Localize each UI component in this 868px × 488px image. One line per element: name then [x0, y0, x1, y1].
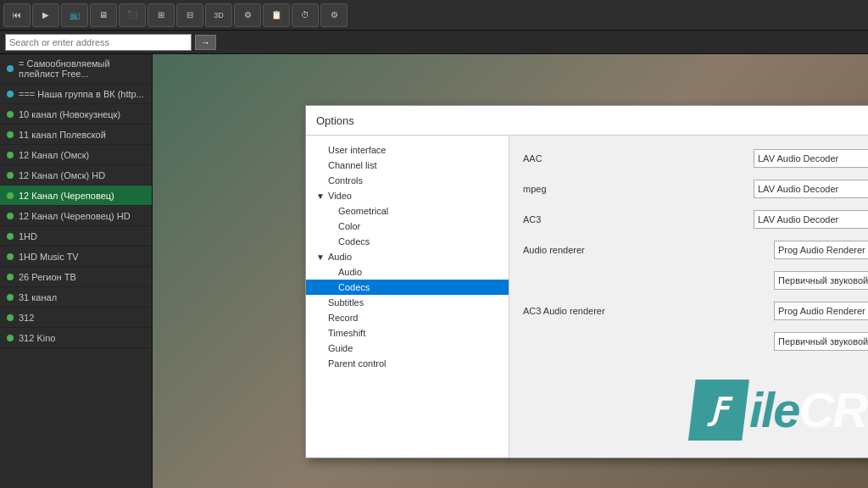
options-tree: User interface Channel list Controls ▼ — [306, 136, 509, 458]
tree-item-audio-codecs[interactable]: Codecs — [306, 280, 509, 295]
mpeg-decoder-dropdown[interactable]: LAV Audio Decoder — [754, 180, 868, 198]
sidebar-item-label: 312 — [19, 313, 34, 323]
ac3-renderer-sub-dropdown[interactable]: Первичный звуковой драйвер — [774, 332, 868, 351]
tree-item-label: Timeshift — [328, 328, 365, 338]
tree-item-audio-audio[interactable]: Audio — [306, 264, 509, 280]
toolbar-btn-10[interactable]: 📋 — [263, 3, 290, 27]
search-input[interactable] — [5, 34, 192, 51]
tree-item-controls[interactable]: Controls — [306, 173, 509, 188]
watermark-box-text: Ƒ — [709, 392, 727, 428]
tree-item-channel-list[interactable]: Channel list — [306, 158, 509, 173]
addressbar-go-button[interactable]: → — [195, 35, 216, 50]
tree-item-label: Geometrical — [338, 206, 388, 216]
ac3-audio-renderer-row: AC3 Audio renderer Prog Audio Renderer — [523, 302, 868, 320]
status-dot — [7, 65, 14, 72]
tree-item-label: Codecs — [338, 236, 370, 247]
ac3-renderer-sub-dropdown-wrapper: Первичный звуковой драйвер — [774, 332, 868, 351]
sidebar-item-label: === Наша группа в ВК (http... — [19, 89, 144, 99]
status-dot — [7, 192, 14, 199]
sidebar-item-26[interactable]: 26 Регион ТВ — [0, 267, 152, 287]
audio-renderer-sub-row: Первичный звуковой драйвер — [523, 271, 868, 290]
audio-renderer-row: Audio renderer Prog Audio Renderer — [523, 241, 868, 259]
sidebar-item-label: 11 канал Полевской — [19, 130, 106, 140]
tree-item-video[interactable]: ▼ Video — [306, 188, 509, 203]
audio-renderer-dropdown-wrapper: Prog Audio Renderer — [774, 241, 868, 259]
aac-decoder-dropdown[interactable]: LAV Audio Decoder — [754, 149, 868, 168]
dialog-body: User interface Channel list Controls ▼ — [306, 136, 868, 458]
video-area: Options — □ ✕ User interface — [153, 54, 868, 488]
dialog-title: Options — [316, 114, 354, 127]
status-dot — [7, 274, 14, 280]
tree-item-user-interface[interactable]: User interface — [306, 142, 509, 158]
tree-item-label: Video — [328, 191, 352, 201]
sidebar-item-label: 10 канал (Новокузнецк) — [19, 109, 120, 119]
ac3-row: AC3 LAV Audio Decoder — [523, 210, 868, 229]
toolbar-btn-4[interactable]: 🖥 — [90, 3, 117, 27]
sidebar-item-label: 312 Kino — [19, 333, 55, 343]
tree-item-timeshift[interactable]: Timeshift — [306, 325, 509, 341]
status-dot — [7, 172, 14, 179]
tree-item-record[interactable]: Record — [306, 310, 509, 325]
toolbar-btn-5[interactable]: ⬛ — [119, 3, 146, 27]
dialog-titlebar: Options — □ ✕ — [306, 106, 868, 136]
tree-item-geometrical[interactable]: Geometrical — [306, 203, 509, 219]
ac3-renderer-dropdown[interactable]: Prog Audio Renderer — [774, 302, 868, 320]
sidebar-item-group[interactable]: === Наша группа в ВК (http... — [0, 84, 152, 104]
sidebar-item-playlist[interactable]: = Самообновляемый плейлист Free... — [0, 54, 152, 84]
status-dot — [7, 253, 14, 260]
toolbar-btn-11[interactable]: ⏱ — [292, 3, 319, 27]
aac-dropdown-wrapper: LAV Audio Decoder — [754, 149, 868, 168]
mpeg-label: mpeg — [523, 184, 625, 194]
toolbar-btn-3[interactable]: 📺 — [61, 3, 88, 27]
sidebar-item-1hd[interactable]: 1HD — [0, 226, 152, 247]
tree-item-audio[interactable]: ▼ Audio — [306, 249, 509, 264]
addressbar: → — [0, 30, 868, 54]
toolbar-btn-2[interactable]: ▶ — [32, 3, 59, 27]
toolbar: ⏮ ▶ 📺 🖥 ⬛ ⊞ ⊟ 3D ⚙ 📋 ⏱ ⚙ — [0, 0, 868, 30]
tree-item-guide[interactable]: Guide — [306, 341, 509, 356]
sidebar-item-label: 12 Канал (Череповец) — [19, 191, 114, 201]
toolbar-btn-8[interactable]: 3D — [205, 3, 232, 27]
sidebar-item-ch12omsk[interactable]: 12 Канал (Омск) — [0, 145, 152, 165]
dialog-overlay: Options — □ ✕ User interface — [153, 54, 868, 488]
toolbar-btn-7[interactable]: ⊟ — [176, 3, 203, 27]
aac-row: AAC LAV Audio Decoder — [523, 149, 868, 168]
sidebar-item-312[interactable]: 312 — [0, 308, 152, 328]
toolbar-btn-6[interactable]: ⊞ — [147, 3, 175, 27]
sidebar-item-31[interactable]: 31 канал — [0, 287, 152, 308]
sidebar-item-label: 1HD — [19, 231, 37, 241]
expand-icon: ▼ — [316, 252, 325, 262]
sidebar-item-label: 26 Регион ТВ — [19, 272, 76, 282]
ac3-renderer-dropdown-wrapper: Prog Audio Renderer — [774, 302, 868, 320]
watermark: Ƒ ileCR — [688, 380, 866, 441]
sidebar-item-ch12cherHD[interactable]: 12 Канал (Череповец) HD — [0, 206, 152, 226]
ac3-decoder-dropdown[interactable]: LAV Audio Decoder — [754, 210, 868, 229]
status-dot — [7, 111, 14, 118]
sidebar-item-label: = Самообновляемый плейлист Free... — [19, 58, 145, 79]
status-dot — [7, 294, 14, 301]
sidebar-item-ch12cher[interactable]: 12 Канал (Череповец) — [0, 186, 152, 206]
audio-renderer-dropdown[interactable]: Prog Audio Renderer — [774, 241, 868, 259]
ac3-audio-renderer-label: AC3 Audio renderer — [523, 306, 625, 316]
status-dot — [7, 152, 14, 158]
tree-item-label: Channel list — [328, 160, 376, 170]
sidebar-item-312kino[interactable]: 312 Kino — [0, 328, 152, 348]
audio-renderer-label: Audio renderer — [523, 245, 625, 255]
tree-item-subtitles[interactable]: Subtitles — [306, 295, 509, 310]
aac-label: AAC — [523, 153, 625, 164]
tree-item-label: User interface — [328, 145, 386, 155]
sidebar-item-ch10[interactable]: 10 канал (Новокузнецк) — [0, 104, 152, 125]
status-dot — [7, 131, 14, 138]
tree-item-video-codecs[interactable]: Codecs — [306, 234, 509, 249]
audio-renderer-sub-dropdown[interactable]: Первичный звуковой драйвер — [774, 271, 868, 290]
toolbar-btn-9[interactable]: ⚙ — [234, 3, 261, 27]
options-dialog: Options — □ ✕ User interface — [305, 105, 868, 458]
toolbar-btn-12[interactable]: ⚙ — [320, 3, 348, 27]
sidebar-item-1hdmusic[interactable]: 1HD Music TV — [0, 247, 152, 267]
tree-item-parent-control[interactable]: Parent control — [306, 356, 509, 371]
sidebar-item-ch11[interactable]: 11 канал Полевской — [0, 125, 152, 145]
tree-item-color[interactable]: Color — [306, 219, 509, 234]
toolbar-btn-1[interactable]: ⏮ — [3, 3, 31, 27]
sidebar-item-ch12omskHD[interactable]: 12 Канал (Омск) HD — [0, 165, 152, 186]
status-dot — [7, 335, 14, 341]
